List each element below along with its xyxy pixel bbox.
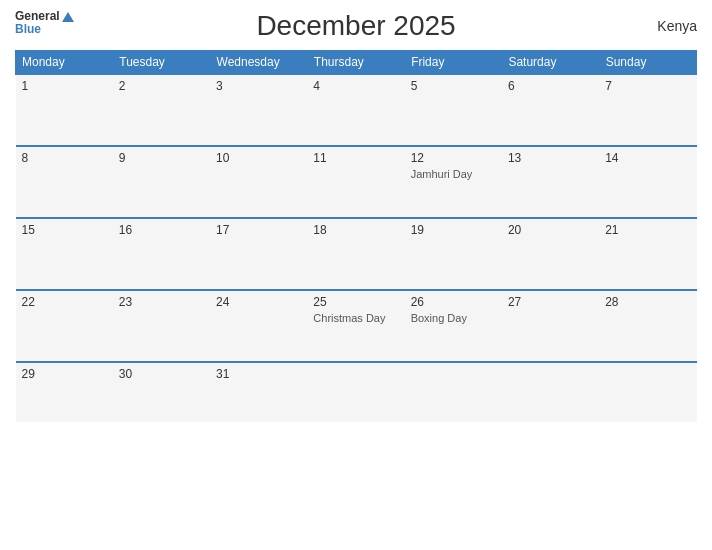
event-text: Jamhuri Day [411, 168, 496, 180]
table-row: 30 [113, 362, 210, 422]
table-row [502, 362, 599, 422]
table-row: 18 [307, 218, 404, 290]
table-row: 19 [405, 218, 502, 290]
header-monday: Monday [16, 51, 113, 75]
table-row: 25Christmas Day [307, 290, 404, 362]
day-number: 11 [313, 151, 398, 165]
table-row: 28 [599, 290, 696, 362]
table-row: 26Boxing Day [405, 290, 502, 362]
table-row: 7 [599, 74, 696, 146]
header-wednesday: Wednesday [210, 51, 307, 75]
day-number: 19 [411, 223, 496, 237]
day-number: 14 [605, 151, 690, 165]
calendar-week-row: 293031 [16, 362, 697, 422]
day-number: 28 [605, 295, 690, 309]
day-number: 18 [313, 223, 398, 237]
table-row: 9 [113, 146, 210, 218]
day-number: 31 [216, 367, 301, 381]
table-row: 15 [16, 218, 113, 290]
header-sunday: Sunday [599, 51, 696, 75]
day-number: 3 [216, 79, 301, 93]
table-row: 8 [16, 146, 113, 218]
table-row: 10 [210, 146, 307, 218]
table-row: 22 [16, 290, 113, 362]
day-number: 10 [216, 151, 301, 165]
calendar-week-row: 22232425Christmas Day26Boxing Day2728 [16, 290, 697, 362]
table-row: 29 [16, 362, 113, 422]
calendar-header: General Blue December 2025 Kenya [15, 10, 697, 42]
day-number: 29 [22, 367, 107, 381]
table-row [405, 362, 502, 422]
day-number: 23 [119, 295, 204, 309]
event-text: Boxing Day [411, 312, 496, 324]
table-row: 16 [113, 218, 210, 290]
table-row: 23 [113, 290, 210, 362]
day-number: 27 [508, 295, 593, 309]
table-row: 2 [113, 74, 210, 146]
event-text: Christmas Day [313, 312, 398, 324]
day-number: 24 [216, 295, 301, 309]
table-row: 14 [599, 146, 696, 218]
table-row: 11 [307, 146, 404, 218]
logo: General Blue [15, 10, 74, 36]
table-row [599, 362, 696, 422]
table-row: 24 [210, 290, 307, 362]
table-row: 27 [502, 290, 599, 362]
day-number: 20 [508, 223, 593, 237]
logo-triangle-icon [62, 12, 74, 22]
calendar-container: General Blue December 2025 Kenya Monday … [0, 0, 712, 550]
country-label: Kenya [657, 18, 697, 34]
header-thursday: Thursday [307, 51, 404, 75]
day-number: 5 [411, 79, 496, 93]
header-saturday: Saturday [502, 51, 599, 75]
day-number: 9 [119, 151, 204, 165]
calendar-week-row: 89101112Jamhuri Day1314 [16, 146, 697, 218]
day-number: 22 [22, 295, 107, 309]
day-number: 15 [22, 223, 107, 237]
table-row: 12Jamhuri Day [405, 146, 502, 218]
calendar-table: Monday Tuesday Wednesday Thursday Friday… [15, 50, 697, 422]
table-row: 5 [405, 74, 502, 146]
table-row: 20 [502, 218, 599, 290]
table-row: 6 [502, 74, 599, 146]
day-number: 2 [119, 79, 204, 93]
calendar-week-row: 15161718192021 [16, 218, 697, 290]
table-row: 31 [210, 362, 307, 422]
calendar-title: December 2025 [256, 10, 455, 42]
header-tuesday: Tuesday [113, 51, 210, 75]
table-row: 3 [210, 74, 307, 146]
day-number: 4 [313, 79, 398, 93]
day-number: 6 [508, 79, 593, 93]
table-row: 13 [502, 146, 599, 218]
day-number: 16 [119, 223, 204, 237]
day-number: 25 [313, 295, 398, 309]
day-number: 26 [411, 295, 496, 309]
table-row: 1 [16, 74, 113, 146]
day-number: 30 [119, 367, 204, 381]
table-row: 4 [307, 74, 404, 146]
day-number: 1 [22, 79, 107, 93]
day-number: 7 [605, 79, 690, 93]
table-row: 17 [210, 218, 307, 290]
table-row [307, 362, 404, 422]
header-friday: Friday [405, 51, 502, 75]
day-number: 21 [605, 223, 690, 237]
weekday-header-row: Monday Tuesday Wednesday Thursday Friday… [16, 51, 697, 75]
logo-blue-text: Blue [15, 22, 41, 36]
day-number: 8 [22, 151, 107, 165]
day-number: 12 [411, 151, 496, 165]
day-number: 17 [216, 223, 301, 237]
table-row: 21 [599, 218, 696, 290]
calendar-week-row: 1234567 [16, 74, 697, 146]
day-number: 13 [508, 151, 593, 165]
